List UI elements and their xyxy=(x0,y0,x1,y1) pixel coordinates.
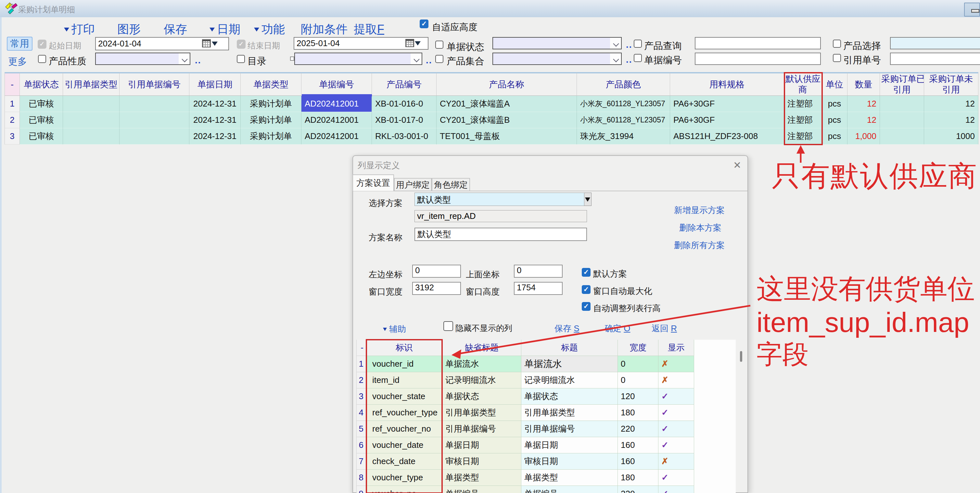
svg-text:这里没有供货单位: 这里没有供货单位 xyxy=(757,274,975,304)
svg-text:只有默认供应商: 只有默认供应商 xyxy=(772,160,978,192)
svg-text:字段: 字段 xyxy=(757,340,808,369)
svg-text:item_sup_id.map: item_sup_id.map xyxy=(757,307,969,338)
